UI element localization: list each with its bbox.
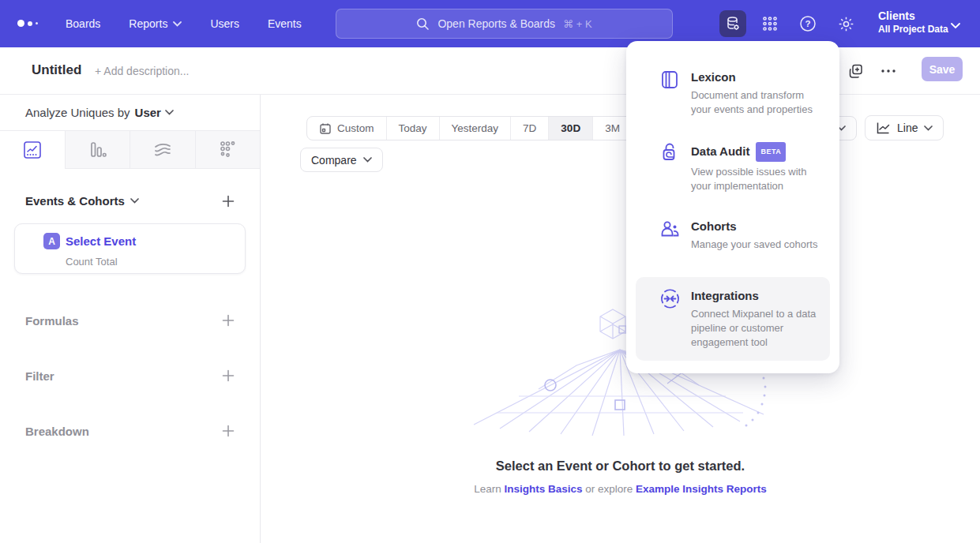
chevron-down-icon: [363, 157, 372, 163]
events-cohorts-label: Events & Cohorts: [25, 194, 125, 208]
empty-state-subtitle: Learn Insights Basics or explore Example…: [261, 483, 980, 495]
tab-bar-chart[interactable]: [65, 131, 130, 168]
search-placeholder: Open Reports & Boards: [437, 17, 555, 30]
global-search-input[interactable]: Open Reports & Boards ⌘ + K: [336, 9, 673, 39]
gear-icon: [837, 15, 855, 33]
tab-stacked-chart[interactable]: [130, 131, 195, 168]
insights-basics-link[interactable]: Insights Basics: [504, 483, 582, 495]
range-custom[interactable]: Custom: [307, 117, 386, 140]
menu-item-cohorts[interactable]: Cohorts Manage your saved cohorts: [636, 219, 830, 252]
analyze-entity-dropdown[interactable]: User: [135, 106, 174, 119]
analyze-uniques-row: Analyze Uniques by User: [0, 95, 260, 130]
menu-item-description: Connect Mixpanel to a data pipeline or c…: [691, 307, 824, 350]
duplicate-report-button[interactable]: [847, 62, 865, 81]
project-name: All Project Data: [878, 23, 948, 36]
apps-grid-button[interactable]: [757, 10, 783, 37]
range-label: Custom: [337, 122, 374, 134]
range-label: 3M: [605, 122, 620, 134]
report-title[interactable]: Untitled: [32, 62, 81, 78]
range-today[interactable]: Today: [386, 117, 439, 140]
line-chart-icon: [22, 140, 43, 160]
stacked-chart-icon: [152, 140, 173, 159]
calendar-icon: [319, 122, 332, 135]
menu-item-description: Manage your saved cohorts: [691, 238, 824, 252]
subtitle-middle: or explore: [582, 483, 636, 495]
breakdown-label: Breakdown: [25, 425, 89, 438]
menu-item-title: Cohorts: [691, 219, 737, 234]
nav-item-events[interactable]: Events: [268, 17, 302, 30]
beta-badge: BETA: [756, 142, 786, 162]
empty-state-title: Select an Event or Cohort to get started…: [261, 459, 980, 474]
ellipsis-icon: [880, 69, 896, 73]
chart-type-tabs: [0, 130, 260, 169]
bar-chart-icon: [88, 140, 107, 160]
filter-label: Filter: [25, 369, 54, 383]
menu-item-integrations[interactable]: Integrations Connect Mixpanel to a data …: [636, 277, 830, 361]
nav-item-label: Reports: [129, 17, 167, 30]
add-breakdown-button[interactable]: [222, 425, 235, 437]
range-label: 7D: [523, 122, 536, 134]
search-shortcut: ⌘ + K: [563, 18, 592, 30]
add-filter-button[interactable]: [222, 369, 235, 382]
add-formula-button[interactable]: [222, 314, 235, 327]
range-7d[interactable]: 7D: [510, 117, 548, 140]
duplicate-icon: [848, 63, 864, 79]
count-total-label: Count Total: [66, 256, 118, 268]
tab-line-chart[interactable]: [0, 131, 65, 168]
example-insights-reports-link[interactable]: Example Insights Reports: [636, 483, 767, 495]
compare-dropdown[interactable]: Compare: [300, 148, 383, 172]
range-30d-selected[interactable]: 30D: [548, 117, 592, 140]
data-management-button[interactable]: [719, 10, 746, 37]
events-cohorts-toggle[interactable]: Events & Cohorts: [25, 194, 139, 208]
formulas-section: Formulas: [25, 312, 235, 329]
chevron-down-icon: [165, 110, 174, 115]
subtitle-prefix: Learn: [474, 483, 504, 495]
plus-icon: [222, 195, 235, 208]
nav-item-reports[interactable]: Reports: [129, 17, 182, 30]
analyze-prefix-label: Analyze Uniques by: [25, 106, 130, 119]
database-gear-icon: [724, 15, 742, 32]
menu-item-title: Lexicon: [691, 69, 736, 85]
more-options-button[interactable]: [879, 62, 898, 81]
data-management-dropdown: Lexicon Document and transform your even…: [626, 41, 839, 373]
chevron-down-icon: [130, 198, 139, 204]
select-event-card[interactable]: A Select Event Count Total: [14, 223, 246, 274]
project-chevron-down-icon[interactable]: [951, 18, 960, 32]
breakdown-section: Breakdown: [25, 422, 235, 440]
plus-icon: [222, 425, 235, 437]
events-cohorts-header: Events & Cohorts: [25, 194, 235, 208]
svg-text:?: ?: [805, 19, 810, 28]
menu-item-lexicon[interactable]: Lexicon Document and transform your even…: [636, 69, 830, 117]
plus-icon: [222, 369, 235, 382]
compare-label: Compare: [311, 154, 357, 167]
nav-item-users[interactable]: Users: [210, 17, 239, 30]
save-button[interactable]: Save: [922, 57, 963, 81]
nav-item-boards[interactable]: Boards: [66, 17, 100, 30]
chart-style-dropdown[interactable]: Line: [865, 115, 944, 140]
nav-item-label: Events: [268, 17, 302, 30]
menu-item-title: Integrations: [691, 288, 759, 304]
menu-item-title: Data Audit: [691, 144, 749, 159]
range-label: 30D: [561, 122, 580, 134]
range-yesterday[interactable]: Yesterday: [439, 117, 511, 140]
mixpanel-logo-icon[interactable]: [17, 20, 38, 27]
analyze-entity-value: User: [135, 106, 161, 119]
tab-metric-chart[interactable]: [195, 131, 261, 168]
lexicon-icon: [659, 69, 680, 93]
menu-item-description: View possible issues with your implement…: [691, 165, 824, 193]
primary-nav: Boards Reports Users Events: [66, 0, 302, 47]
nav-item-label: Boards: [66, 17, 100, 30]
chart-style-value: Line: [897, 122, 918, 134]
help-icon: ?: [798, 14, 817, 33]
help-button[interactable]: ?: [794, 10, 821, 37]
report-description-placeholder[interactable]: + Add description...: [95, 65, 189, 77]
menu-item-data-audit[interactable]: Data Audit BETA View possible issues wit…: [636, 142, 830, 193]
add-event-button[interactable]: [222, 195, 235, 208]
settings-button[interactable]: [832, 10, 859, 37]
project-switcher[interactable]: Clients All Project Data: [878, 9, 948, 36]
metric-icon: [218, 140, 237, 160]
top-navigation-bar: Boards Reports Users Events Open Reports…: [0, 0, 980, 47]
range-label: Today: [399, 122, 427, 134]
plus-icon: [222, 314, 235, 327]
line-style-icon: [876, 122, 891, 135]
